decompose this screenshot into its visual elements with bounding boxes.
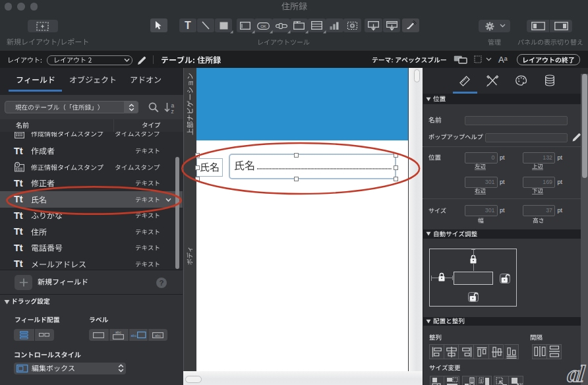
svg-text:OK: OK bbox=[260, 24, 266, 28]
svg-text:abc: abc bbox=[155, 333, 161, 337]
svg-text:abc: abc bbox=[131, 334, 137, 338]
svg-text:abc: abc bbox=[115, 330, 121, 334]
svg-text:z: z bbox=[171, 107, 174, 114]
